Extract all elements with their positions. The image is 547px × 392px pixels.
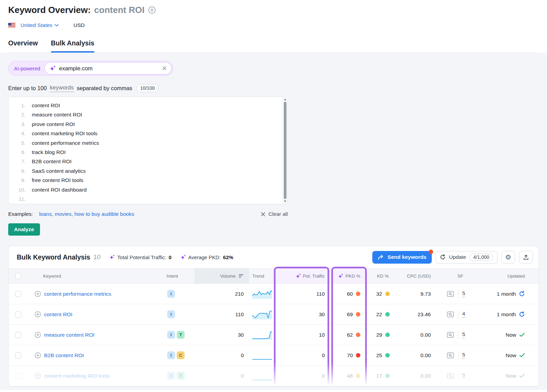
send-keywords-button[interactable]: Send keywords xyxy=(372,251,432,264)
sf-value[interactable]: 5 xyxy=(462,352,465,359)
keyword-line: 10.content ROI dashboard xyxy=(9,185,288,194)
intent-badges: I xyxy=(164,310,195,318)
col-cpc[interactable]: CPC (USD) xyxy=(400,268,444,283)
pkd-value: 60 xyxy=(347,291,353,297)
add-to-list-icon[interactable] xyxy=(35,373,41,379)
keyword-line: 4.content marketing ROI tools xyxy=(9,129,288,138)
pot-traffic-value: 10 xyxy=(274,332,328,338)
table-header-row: Keyword Intent Volume Trend Pot. Traffi xyxy=(9,268,538,284)
col-kd[interactable]: KD % xyxy=(366,268,400,283)
select-all-checkbox[interactable] xyxy=(15,273,21,279)
row-checkbox[interactable] xyxy=(15,373,21,379)
row-checkbox[interactable] xyxy=(15,311,21,318)
analyze-button[interactable]: Analyze xyxy=(8,223,40,236)
sort-desc-icon xyxy=(239,274,244,278)
send-arrow-icon xyxy=(378,255,384,260)
page-title: Keyword Overview: xyxy=(8,5,91,15)
export-icon xyxy=(523,254,529,260)
intent-badge-i: I xyxy=(167,351,175,359)
col-intent[interactable]: Intent xyxy=(164,268,195,283)
title-row: Keyword Overview: content ROI xyxy=(8,5,537,15)
pot-traffic-value: 0 xyxy=(274,373,328,379)
serp-features-button[interactable] xyxy=(446,371,455,381)
clear-all-button[interactable]: Clear all xyxy=(261,211,288,217)
table-row: B2B content ROI IC 0 0 70 25 0.00 5 xyxy=(9,345,538,366)
pkd-value: 70 xyxy=(347,352,353,359)
col-trend[interactable]: Trend xyxy=(249,268,274,283)
keyword-link[interactable]: content marketing ROI tools xyxy=(44,373,110,379)
scroll-up-icon[interactable] xyxy=(284,98,286,100)
updated-value: Now xyxy=(506,352,516,359)
textarea-scrollbar[interactable] xyxy=(282,97,288,204)
add-to-list-icon[interactable] xyxy=(35,311,41,318)
settings-button[interactable]: ⚙ xyxy=(501,251,515,264)
keyword-text: B2B content ROI xyxy=(32,157,71,166)
sparkle-icon xyxy=(181,254,186,260)
intent-badge-i: I xyxy=(167,331,175,339)
domain-input-value: example.com xyxy=(59,65,159,72)
col-pot-traffic[interactable]: Pot. Traffic xyxy=(274,268,328,283)
updated-value: 1 month xyxy=(497,311,516,318)
serp-features-button[interactable] xyxy=(446,289,455,299)
update-quota-badge: 4/1,000 xyxy=(469,253,493,261)
col-pkd[interactable]: PKD % xyxy=(328,268,366,283)
serp-features-button[interactable] xyxy=(446,351,455,360)
keyword-link[interactable]: measure content ROI xyxy=(44,332,94,338)
serp-features-button[interactable] xyxy=(446,330,455,340)
scrollbar-thumb[interactable] xyxy=(284,102,286,199)
add-to-list-icon[interactable] xyxy=(35,291,41,297)
export-button[interactable] xyxy=(519,251,533,264)
keyword-line: 1.content ROI xyxy=(9,101,288,110)
intent-badges: IC xyxy=(164,351,195,359)
add-to-list-icon[interactable] xyxy=(35,332,41,338)
row-checkbox[interactable] xyxy=(15,352,21,359)
keyword-list: 1.content ROI2.measure content ROI3.prov… xyxy=(9,97,288,204)
refresh-icon[interactable] xyxy=(519,311,525,317)
row-checkbox[interactable] xyxy=(15,291,21,297)
examples-link[interactable]: loans, movies, how to buy audible books xyxy=(39,211,134,217)
traffic-label: Total Potential Traffic: xyxy=(117,254,166,260)
intent-badge-c: C xyxy=(177,351,185,359)
instruction-suffix: separated by commas xyxy=(77,85,132,92)
add-keyword-icon[interactable] xyxy=(148,6,156,14)
average-pkd: Average PKD: 62% xyxy=(181,254,234,260)
pkd-label: Average PKD: xyxy=(188,254,221,260)
keyword-link[interactable]: content performance metrics xyxy=(44,291,111,297)
sf-value[interactable]: 5 xyxy=(462,372,465,379)
tab-bulk-analysis[interactable]: Bulk Analysis xyxy=(51,39,94,52)
intent-badges: IT xyxy=(164,331,195,339)
col-volume[interactable]: Volume xyxy=(195,268,249,283)
clear-domain-icon[interactable] xyxy=(162,66,166,70)
country-selector[interactable]: United States xyxy=(8,22,58,28)
cpc-value: 9.73 xyxy=(400,291,444,297)
send-keywords-label: Send keywords xyxy=(388,254,427,260)
keyword-line: 11. xyxy=(9,194,288,204)
update-button[interactable]: Update 4/1,000 xyxy=(436,251,497,264)
divider xyxy=(458,351,458,360)
col-updated[interactable]: Updated xyxy=(480,268,538,283)
sf-value[interactable]: 5 xyxy=(462,331,465,338)
intent-badge-i: I xyxy=(167,310,175,318)
pot-traffic-value: 0 xyxy=(274,352,328,359)
sf-value[interactable]: 4 xyxy=(462,311,465,318)
add-to-list-icon[interactable] xyxy=(35,352,41,359)
sparkle-icon xyxy=(338,274,343,279)
refresh-icon[interactable] xyxy=(519,291,525,297)
keyword-link[interactable]: content ROI xyxy=(44,311,72,318)
keywords-term[interactable]: keywords xyxy=(50,84,74,92)
keywords-textarea[interactable]: 1.content ROI2.measure content ROI3.prov… xyxy=(8,97,288,204)
serp-features-button[interactable] xyxy=(446,310,455,319)
col-sf[interactable]: SF xyxy=(444,268,480,283)
col-keyword[interactable]: Keyword xyxy=(28,268,164,283)
kd-value: 29 xyxy=(376,332,382,338)
check-icon xyxy=(519,374,525,378)
row-checkbox[interactable] xyxy=(15,332,21,338)
sparkle-icon xyxy=(296,274,301,279)
keyword-link[interactable]: B2B content ROI xyxy=(44,352,84,359)
scroll-down-icon[interactable] xyxy=(284,200,286,202)
tab-overview[interactable]: Overview xyxy=(8,39,38,52)
domain-input[interactable]: example.com xyxy=(44,62,172,74)
sf-value[interactable]: 5 xyxy=(462,290,465,297)
kd-dot xyxy=(385,312,390,317)
pkd-value: 69 xyxy=(347,311,353,318)
